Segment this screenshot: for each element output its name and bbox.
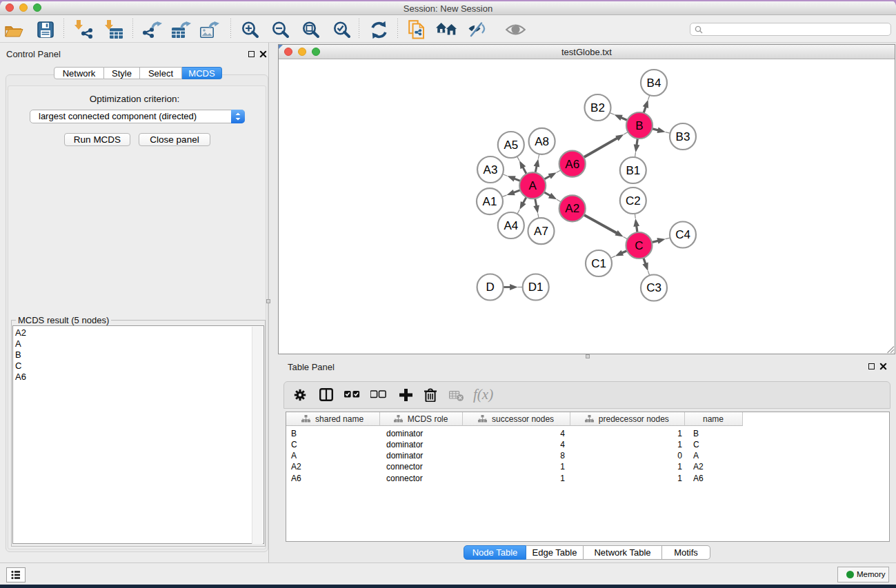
svg-text:C3: C3 [646,281,661,294]
svg-text:D1: D1 [528,281,544,294]
svg-text:D: D [486,281,494,294]
svg-text:B: B [635,119,643,132]
svg-text:A6: A6 [565,158,579,171]
svg-text:B2: B2 [590,101,605,114]
svg-text:B1: B1 [626,164,640,177]
svg-text:C1: C1 [591,257,606,270]
svg-text:A7: A7 [534,225,548,238]
svg-text:B4: B4 [647,77,661,90]
svg-text:A4: A4 [504,219,518,232]
svg-text:A: A [529,179,537,192]
svg-text:C2: C2 [626,194,641,207]
svg-text:A1: A1 [483,195,497,208]
svg-text:B3: B3 [676,130,690,143]
svg-text:C4: C4 [675,228,690,241]
svg-text:A2: A2 [565,202,579,215]
svg-text:A5: A5 [504,139,518,152]
svg-text:A3: A3 [484,163,498,176]
svg-text:A8: A8 [535,135,549,148]
svg-text:C: C [635,239,643,252]
